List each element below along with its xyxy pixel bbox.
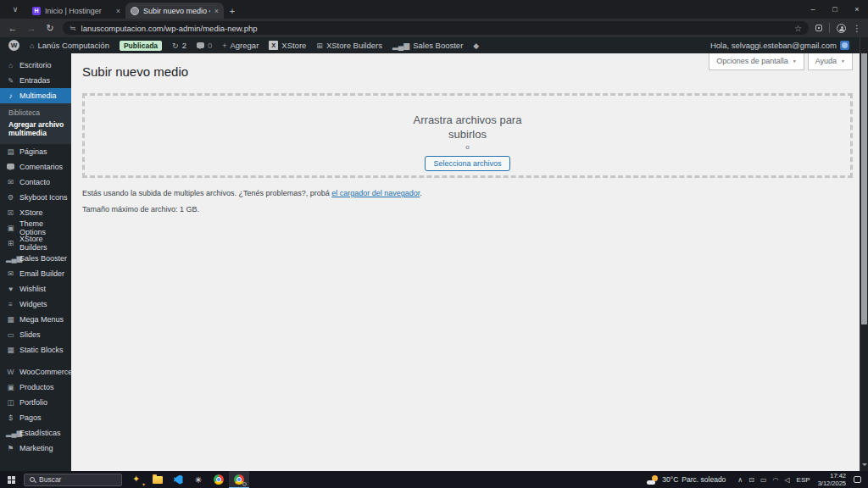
profile-avatar-icon[interactable] bbox=[837, 24, 846, 33]
sidebar-item-portfolio[interactable]: ◫ Portfolio bbox=[0, 395, 71, 410]
sidebar-item-productos[interactable]: ▣ Productos bbox=[0, 380, 71, 395]
browser-uploader-link[interactable]: el cargador del navegador bbox=[331, 189, 420, 197]
sidebar-item-theme-options[interactable]: ▣ Theme Options bbox=[0, 220, 71, 236]
sidebar-item-sales-booster[interactable]: ▂▄▆ Sales Booster bbox=[0, 251, 71, 266]
chrome-active-button[interactable] bbox=[229, 471, 249, 488]
copilot-button[interactable]: ✦ ✦ bbox=[129, 473, 147, 486]
sidebar-item-widgets[interactable]: ≡ Widgets bbox=[0, 297, 71, 312]
wp-logo-menu[interactable]: W bbox=[3, 40, 25, 51]
sidebar-item-xstore[interactable]: ☒ XStore bbox=[0, 205, 71, 220]
sidebar-item-woocommerce[interactable]: W WooCommerce bbox=[0, 364, 71, 380]
extensions-icon[interactable] bbox=[815, 25, 822, 31]
notification-center-icon[interactable] bbox=[854, 476, 861, 483]
start-button[interactable] bbox=[0, 471, 22, 488]
taskbar-clock[interactable]: 17:42 3/12/2025 bbox=[818, 472, 846, 487]
sidebar-item-comentarios[interactable]: Comentarios bbox=[0, 159, 71, 175]
sidebar-item-biblioteca[interactable]: Biblioteca bbox=[0, 107, 71, 119]
bookmark-star-icon[interactable]: ☆ bbox=[794, 24, 802, 33]
screen-options-button[interactable]: Opciones de pantalla ▼ bbox=[709, 53, 804, 70]
browser-tab-hostinger[interactable]: H Inicio | Hostinger × bbox=[27, 3, 125, 19]
admin-bar-xstore[interactable]: X XStore bbox=[264, 41, 311, 50]
admin-bar-site-name[interactable]: ⌂ Lanús Computación bbox=[25, 41, 114, 50]
sidebar-item-pagos[interactable]: $ Pagos bbox=[0, 410, 71, 425]
weather-desc[interactable]: Parc. soleado bbox=[682, 475, 726, 484]
sidebar-item-marketing[interactable]: ⚑ Marketing bbox=[0, 441, 71, 456]
wifi-icon[interactable]: ◠ bbox=[772, 476, 778, 484]
address-bar[interactable]: ≒ lanuscomputacion.com/wp-admin/media-ne… bbox=[63, 21, 809, 35]
admin-bar-updates[interactable]: ↻ 2 bbox=[167, 41, 192, 50]
onedrive-folder-icon[interactable]: ▭ bbox=[760, 476, 767, 484]
scrollbar-down-arrow[interactable] bbox=[862, 463, 867, 469]
back-icon[interactable]: ← bbox=[7, 23, 19, 33]
window-minimize-button[interactable]: – bbox=[802, 0, 824, 19]
clock-time: 17:42 bbox=[818, 472, 846, 480]
browser-menu-icon[interactable]: ⋮ bbox=[853, 24, 861, 33]
file-explorer-button[interactable] bbox=[147, 471, 168, 488]
sidebar-item-skyboot-icons[interactable]: ⚙ Skyboot Icons bbox=[0, 190, 71, 205]
dropzone-or-text: o bbox=[85, 143, 850, 151]
forward-icon[interactable]: → bbox=[25, 23, 37, 33]
posts-icon: ✎ bbox=[6, 76, 15, 85]
search-placeholder: Buscar bbox=[39, 475, 61, 484]
sidebar-item-mega-menus[interactable]: ▦ Mega Menus bbox=[0, 312, 71, 327]
sidebar-item-xstore-builders[interactable]: ⊞ XStore Builders bbox=[0, 236, 71, 251]
language-indicator[interactable]: ESP bbox=[797, 476, 810, 484]
close-tab-icon[interactable]: × bbox=[214, 7, 219, 15]
taskbar-search-box[interactable]: Buscar bbox=[24, 474, 122, 486]
diamond-icon: ◆ bbox=[473, 42, 479, 50]
site-info-icon[interactable]: ≒ bbox=[70, 24, 76, 32]
sidebar-item-multimedia[interactable]: ♪ Multimedia bbox=[0, 88, 71, 103]
published-status: Publicada bbox=[114, 41, 167, 51]
heart-icon: ♥ bbox=[6, 285, 15, 293]
user-avatar bbox=[840, 41, 849, 50]
admin-bar-account[interactable]: Hola, selvaggi.esteban@gmail.com bbox=[705, 41, 854, 50]
plus-icon: + bbox=[222, 42, 226, 50]
help-button[interactable]: Ayuda ▼ bbox=[808, 53, 853, 70]
reload-icon[interactable]: ↻ bbox=[44, 23, 56, 34]
upload-dropzone[interactable]: Arrastra archivos para subirlos o Selecc… bbox=[82, 93, 853, 178]
new-tab-button[interactable]: + bbox=[224, 3, 241, 19]
admin-bar-xstore-builders[interactable]: ⊞ XStore Builders bbox=[311, 41, 387, 50]
sidebar-item-agregar-archivo[interactable]: Agregar archivo multimedia bbox=[0, 119, 71, 139]
vscode-button[interactable] bbox=[168, 471, 188, 488]
sidebar-item-wishlist[interactable]: ♥ Wishlist bbox=[0, 281, 71, 297]
products-icon: ▣ bbox=[6, 383, 15, 391]
admin-bar-envato[interactable]: ◆ bbox=[468, 42, 484, 50]
page-scrollbar[interactable] bbox=[860, 37, 868, 471]
theme-options-icon: ▣ bbox=[6, 224, 15, 232]
close-tab-icon[interactable]: × bbox=[116, 7, 120, 15]
security-icon[interactable]: ⊡ bbox=[748, 476, 754, 484]
window-close-button[interactable]: × bbox=[846, 0, 868, 19]
window-maximize-button[interactable]: □ bbox=[824, 0, 846, 19]
url-text: lanuscomputacion.com/wp-admin/media-new.… bbox=[81, 24, 789, 33]
volume-icon[interactable]: ◁ bbox=[784, 476, 789, 484]
weather-temp[interactable]: 30°C bbox=[662, 475, 678, 484]
chrome-button[interactable] bbox=[209, 471, 229, 488]
windows-logo-icon bbox=[8, 476, 15, 484]
browser-tab-media-new[interactable]: Subir nuevo medio ‹ Lanús Co × bbox=[125, 3, 224, 19]
tray-chevron-icon[interactable]: ∧ bbox=[737, 476, 743, 484]
sidebar-item-static-blocks[interactable]: ▦ Static Blocks bbox=[0, 342, 71, 358]
portfolio-icon: ◫ bbox=[6, 398, 15, 407]
tab-search-button[interactable]: ∨ bbox=[7, 2, 24, 17]
sidebar-item-slides[interactable]: ▭ Slides bbox=[0, 327, 71, 342]
chatgpt-button[interactable]: ✳ bbox=[188, 471, 209, 488]
admin-bar-sales-booster[interactable]: ▂▄▆ Sales Booster bbox=[387, 41, 468, 50]
admin-bar-comments[interactable]: 0 bbox=[192, 41, 217, 50]
scrollbar-thumb[interactable] bbox=[861, 53, 867, 324]
main-row: ⌂ Escritorio ✎ Entradas ♪ Multimedia Bib… bbox=[0, 53, 868, 471]
select-files-button[interactable]: Selecciona archivos bbox=[425, 156, 509, 171]
sidebar-item-paginas[interactable]: ▤ Páginas bbox=[0, 144, 71, 159]
weather-icon[interactable] bbox=[647, 475, 659, 485]
sidebar-item-escritorio[interactable]: ⌂ Escritorio bbox=[0, 58, 71, 73]
wordpress-logo-icon: W bbox=[8, 40, 19, 51]
sidebar-item-estadisticas[interactable]: ▂▄▆ Estadísticas bbox=[0, 425, 71, 441]
sidebar-item-contacto[interactable]: ✉ Contacto bbox=[0, 175, 71, 190]
admin-bar-new[interactable]: + Agregar bbox=[217, 41, 264, 50]
sidebar-item-entradas[interactable]: ✎ Entradas bbox=[0, 73, 71, 88]
woocommerce-icon: W bbox=[6, 368, 15, 376]
multi-upload-note: Estás usando la subida de multiples arch… bbox=[82, 189, 853, 197]
multimedia-submenu: Biblioteca Agregar archivo multimedia bbox=[0, 103, 71, 144]
xstore-icon: X bbox=[269, 41, 278, 50]
sidebar-item-email-builder[interactable]: ✉ Email Builder bbox=[0, 266, 71, 281]
